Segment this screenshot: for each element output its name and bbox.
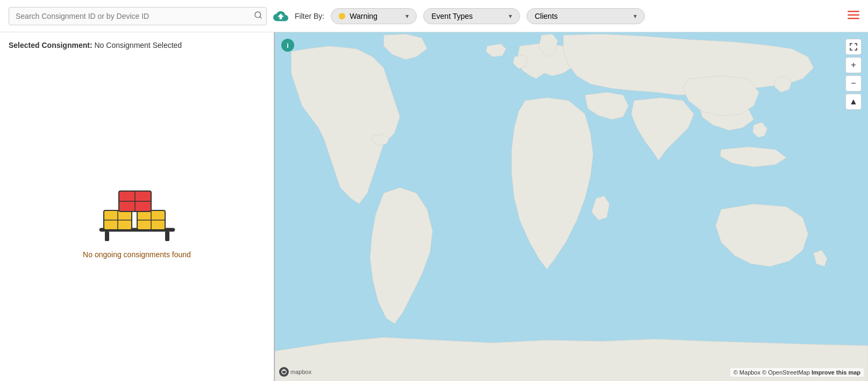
clients-chevron-icon: ▾ [634, 12, 637, 20]
search-input[interactable] [9, 7, 267, 25]
zoom-in-button[interactable]: + [845, 57, 862, 73]
map-controls: + − ▲ [845, 39, 862, 110]
empty-illustration [94, 172, 180, 242]
mapbox-logo-icon [279, 367, 289, 377]
attribution-text: © Mapbox © OpenStreetMap [734, 369, 810, 376]
empty-state-text: No ongoing consignments found [83, 250, 191, 259]
svg-rect-4 [848, 18, 859, 19]
mapbox-text: mapbox [290, 369, 311, 375]
search-button[interactable] [254, 11, 262, 22]
search-wrapper [9, 7, 267, 25]
compass-icon: ▲ [849, 97, 858, 107]
zoom-out-icon: − [851, 79, 856, 88]
hamburger-button[interactable] [848, 10, 859, 22]
warning-chevron-icon: ▾ [405, 12, 409, 20]
warning-filter-label: Warning [350, 12, 378, 20]
clients-dropdown[interactable]: Clients ▾ [527, 8, 645, 24]
improve-map-link[interactable]: Improve this map [812, 369, 860, 376]
fullscreen-button[interactable] [845, 39, 862, 55]
svg-rect-7 [165, 231, 169, 241]
mapbox-logo: mapbox [279, 367, 311, 377]
svg-rect-3 [848, 15, 859, 16]
event-types-dropdown[interactable]: Event Types ▾ [423, 8, 520, 24]
svg-point-18 [279, 367, 289, 377]
zoom-in-icon: + [851, 60, 856, 70]
svg-rect-6 [105, 231, 109, 241]
compass-button[interactable]: ▲ [845, 94, 862, 110]
left-panel: Selected Consignment: No Consignment Sel… [0, 32, 274, 381]
toolbar: Filter By: Warning ▾ Event Types ▾ Clien… [0, 0, 868, 32]
warning-filter-dropdown[interactable]: Warning ▾ [331, 8, 417, 24]
empty-state: No ongoing consignments found [9, 58, 265, 372]
map-attribution: © Mapbox © OpenStreetMap Improve this ma… [730, 368, 864, 377]
map-panel: i + − ▲ [275, 32, 868, 381]
clients-label: Clients [535, 12, 558, 20]
world-map-svg [275, 32, 868, 381]
event-types-label: Event Types [431, 12, 473, 20]
event-types-chevron-icon: ▾ [509, 12, 512, 20]
no-consignment-text: No Consignment Selected [94, 41, 182, 50]
svg-point-20 [283, 370, 285, 371]
map-info-icon-text: i [287, 41, 289, 50]
warning-dot [339, 13, 345, 19]
filter-label: Filter By: [295, 12, 324, 20]
upload-button[interactable] [273, 9, 288, 24]
selected-consignment-label: Selected Consignment: [9, 41, 93, 50]
svg-rect-2 [848, 11, 859, 12]
map-info-button[interactable]: i [281, 39, 294, 52]
selected-consignment-bar: Selected Consignment: No Consignment Sel… [9, 41, 265, 50]
svg-line-1 [260, 17, 261, 18]
main-content: Selected Consignment: No Consignment Sel… [0, 32, 868, 381]
zoom-out-button[interactable]: − [845, 75, 862, 91]
